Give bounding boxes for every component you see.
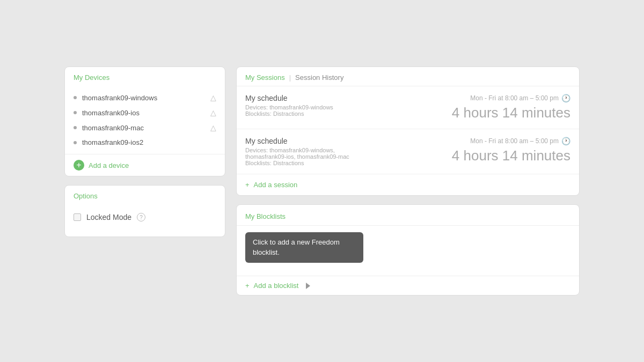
- clock-icon: 🕐: [561, 137, 570, 145]
- session-left: My schedule Devices: thomasfrank09-windo…: [245, 94, 441, 117]
- sessions-header: My Sessions | Session History: [237, 67, 579, 86]
- help-icon[interactable]: ?: [137, 213, 145, 221]
- blocklists-header: My Blocklists: [237, 205, 579, 226]
- blocklists-card-title: My Blocklists: [245, 212, 286, 220]
- device-name: thomasfrank09-ios2: [82, 138, 216, 146]
- list-item: thomasfrank09-mac △: [65, 120, 225, 135]
- list-item: thomasfrank09-ios2: [65, 135, 225, 150]
- bullet-icon: [74, 111, 77, 114]
- session-name: My schedule: [245, 94, 441, 102]
- blocklists-body: Click to add a new Freedom blocklist.: [237, 226, 579, 273]
- add-blocklist-button[interactable]: + Add a blocklist: [237, 276, 579, 295]
- plus-icon: +: [74, 160, 84, 171]
- device-name: thomasfrank09-mac: [82, 124, 207, 132]
- warning-icon: △: [210, 108, 216, 117]
- session-meta-line2: Blocklists: Distractions: [245, 110, 441, 117]
- schedule-text: Mon - Fri at 8:00 am – 5:00 pm: [470, 137, 559, 145]
- tooltip-text: Click to add a new Freedom blocklist.: [253, 238, 340, 256]
- add-session-label: Add a session: [254, 181, 298, 189]
- options-card-title: Options: [65, 186, 225, 204]
- session-meta-line3: Blocklists: Distractions: [245, 160, 441, 166]
- list-item: thomasfrank09-ios △: [65, 105, 225, 120]
- bullet-icon: [74, 96, 77, 99]
- add-session-button[interactable]: + Add a session: [237, 174, 579, 195]
- options-body: Locked Mode ?: [65, 204, 225, 237]
- plus-icon: +: [245, 181, 250, 189]
- tab-my-sessions[interactable]: My Sessions: [245, 73, 285, 82]
- warning-icon: △: [210, 123, 216, 132]
- session-name: My schedule: [245, 137, 441, 145]
- session-duration: 4 hours 14 minutes: [452, 147, 570, 164]
- options-card: Options Locked Mode ?: [64, 185, 225, 237]
- schedule-text: Mon - Fri at 8:00 am – 5:00 pm: [470, 94, 559, 102]
- warning-icon: △: [210, 93, 216, 102]
- left-column: My Devices thomasfrank09-windows △ thoma…: [64, 67, 225, 237]
- device-name: thomasfrank09-windows: [82, 94, 207, 102]
- bullet-icon: [74, 126, 77, 129]
- tab-divider: |: [289, 73, 291, 82]
- add-device-label: Add a device: [89, 161, 129, 169]
- devices-card: My Devices thomasfrank09-windows △ thoma…: [64, 67, 225, 176]
- session-right: Mon - Fri at 8:00 am – 5:00 pm 🕐 4 hours…: [452, 94, 570, 121]
- locked-mode-row: Locked Mode ?: [74, 209, 216, 226]
- sessions-card: My Sessions | Session History My schedul…: [236, 67, 580, 196]
- locked-mode-label: Locked Mode: [86, 213, 131, 221]
- session-meta-line1: Devices: thomasfrank09-windows,: [245, 147, 441, 153]
- session-schedule: Mon - Fri at 8:00 am – 5:00 pm 🕐: [452, 137, 570, 145]
- blocklists-card: My Blocklists Click to add a new Freedom…: [236, 204, 580, 295]
- add-device-button[interactable]: + Add a device: [65, 154, 225, 176]
- devices-list: thomasfrank09-windows △ thomasfrank09-io…: [65, 86, 225, 152]
- list-item: thomasfrank09-windows △: [65, 90, 225, 105]
- session-right: Mon - Fri at 8:00 am – 5:00 pm 🕐 4 hours…: [452, 137, 570, 164]
- tab-session-history[interactable]: Session History: [295, 73, 343, 82]
- clock-icon: 🕐: [561, 94, 570, 102]
- cursor-icon: [306, 282, 311, 289]
- tooltip-box: Click to add a new Freedom blocklist.: [245, 232, 363, 262]
- device-name: thomasfrank09-ios: [82, 109, 207, 117]
- main-layout: My Devices thomasfrank09-windows △ thoma…: [64, 67, 580, 295]
- session-meta-line2: thomasfrank09-ios, thomasfrank09-mac: [245, 153, 441, 160]
- locked-mode-checkbox[interactable]: [74, 213, 81, 221]
- bullet-icon: [74, 141, 77, 144]
- session-row: My schedule Devices: thomasfrank09-windo…: [237, 129, 579, 174]
- session-duration: 4 hours 14 minutes: [452, 105, 570, 121]
- plus-icon: +: [245, 282, 250, 290]
- add-blocklist-label: Add a blocklist: [254, 282, 299, 290]
- devices-card-title: My Devices: [65, 67, 225, 86]
- session-left: My schedule Devices: thomasfrank09-windo…: [245, 137, 441, 166]
- session-meta-line1: Devices: thomasfrank09-windows: [245, 104, 441, 110]
- session-row: My schedule Devices: thomasfrank09-windo…: [237, 86, 579, 129]
- right-column: My Sessions | Session History My schedul…: [236, 67, 580, 295]
- session-schedule: Mon - Fri at 8:00 am – 5:00 pm 🕐: [452, 94, 570, 102]
